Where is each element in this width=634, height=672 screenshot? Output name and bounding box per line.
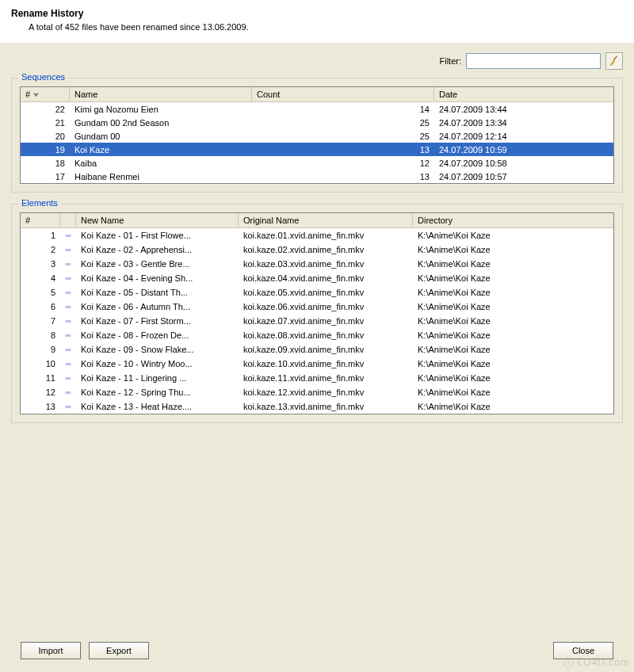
- el-row-new: Koi Kaze - 07 - First Storm...: [76, 315, 239, 326]
- elements-body[interactable]: 1Koi Kaze - 01 - First Flowe...koi.kaze.…: [21, 228, 613, 414]
- el-row-new: Koi Kaze - 02 - Apprehensi...: [76, 244, 239, 255]
- elements-col-dir[interactable]: Directory: [413, 213, 613, 227]
- elements-row[interactable]: 10Koi Kaze - 10 - Wintry Moo...koi.kaze.…: [21, 357, 613, 371]
- elements-col-new[interactable]: New Name: [76, 213, 239, 227]
- seq-row-name: Koi Kaze: [70, 144, 252, 155]
- el-row-num: 10: [21, 358, 60, 369]
- el-row-num: 4: [21, 273, 60, 284]
- el-row-dir: K:\Anime\Koi Kaze: [413, 358, 571, 369]
- sequences-body[interactable]: 22Kimi ga Nozomu Eien1424.07.2009 13:442…: [21, 102, 613, 183]
- seq-row-date: 24.07.2009 12:14: [434, 131, 577, 142]
- link-icon: [60, 330, 76, 341]
- sequences-row[interactable]: 17Haibane Renmei1324.07.2009 10:57: [21, 170, 613, 183]
- seq-row-name: Gundam 00: [70, 131, 252, 142]
- sequences-col-num[interactable]: #: [21, 87, 70, 101]
- elements-row[interactable]: 7Koi Kaze - 07 - First Storm...koi.kaze.…: [21, 314, 613, 328]
- import-button[interactable]: Import: [21, 642, 81, 659]
- link-icon: [60, 231, 76, 241]
- seq-row-count: 13: [252, 171, 434, 182]
- sequences-row[interactable]: 22Kimi ga Nozomu Eien1424.07.2009 13:44: [21, 102, 613, 116]
- link-icon: [60, 245, 76, 255]
- el-row-new: Koi Kaze - 08 - Frozen De...: [76, 330, 239, 341]
- elements-row[interactable]: 8Koi Kaze - 08 - Frozen De...koi.kaze.08…: [21, 328, 613, 342]
- broom-icon: [609, 55, 620, 67]
- seq-row-num: 22: [21, 104, 70, 115]
- elements-row[interactable]: 2Koi Kaze - 02 - Apprehensi...koi.kaze.0…: [21, 242, 613, 257]
- el-row-orig: koi.kaze.02.xvid.anime_fin.mkv: [239, 244, 413, 255]
- el-row-orig: koi.kaze.13.xvid.anime_fin.mkv: [239, 401, 413, 412]
- seq-row-date: 24.07.2009 10:57: [434, 171, 577, 182]
- sequences-row[interactable]: 21Gundam 00 2nd Season2524.07.2009 13:34: [21, 116, 613, 129]
- el-row-dir: K:\Anime\Koi Kaze: [413, 387, 571, 398]
- sequences-row[interactable]: 19Koi Kaze1324.07.2009 10:59: [21, 143, 613, 156]
- dialog-footer: Import Export Close: [0, 642, 634, 659]
- el-row-orig: koi.kaze.12.xvid.anime_fin.mkv: [239, 387, 413, 398]
- el-row-dir: K:\Anime\Koi Kaze: [413, 401, 571, 412]
- el-row-dir: K:\Anime\Koi Kaze: [413, 330, 571, 341]
- elements-col-num[interactable]: #: [21, 213, 60, 227]
- sequences-row[interactable]: 20Gundam 002524.07.2009 12:14: [21, 129, 613, 143]
- elements-header: # New Name Original Name Directory: [21, 213, 613, 228]
- seq-row-name: Haibane Renmei: [70, 171, 252, 182]
- el-row-dir: K:\Anime\Koi Kaze: [413, 230, 571, 241]
- elements-row[interactable]: 12Koi Kaze - 12 - Spring Thu...koi.kaze.…: [21, 385, 613, 399]
- elements-row[interactable]: 3Koi Kaze - 03 - Gentle Bre...koi.kaze.0…: [21, 257, 613, 271]
- elements-row[interactable]: 1Koi Kaze - 01 - First Flowe...koi.kaze.…: [21, 228, 613, 242]
- sequences-row[interactable]: 18Kaiba1224.07.2009 10:58: [21, 156, 613, 170]
- el-row-dir: K:\Anime\Koi Kaze: [413, 301, 571, 312]
- dialog-header: Rename History A total of 452 files have…: [0, 0, 634, 43]
- el-row-num: 1: [21, 230, 60, 241]
- link-icon: [60, 345, 76, 355]
- el-row-dir: K:\Anime\Koi Kaze: [413, 258, 571, 269]
- link-icon: [60, 288, 76, 298]
- el-row-dir: K:\Anime\Koi Kaze: [413, 315, 571, 326]
- elements-row[interactable]: 9Koi Kaze - 09 - Snow Flake...koi.kaze.0…: [21, 342, 613, 357]
- elements-row[interactable]: 13Koi Kaze - 13 - Heat Haze....koi.kaze.…: [21, 399, 613, 414]
- el-row-new: Koi Kaze - 03 - Gentle Bre...: [76, 258, 239, 269]
- dialog-title: Rename History: [11, 8, 623, 19]
- el-row-new: Koi Kaze - 10 - Wintry Moo...: [76, 358, 239, 369]
- seq-row-date: 24.07.2009 10:58: [434, 158, 577, 169]
- el-row-new: Koi Kaze - 13 - Heat Haze....: [76, 401, 239, 412]
- seq-row-name: Gundam 00 2nd Season: [70, 117, 252, 128]
- sequences-col-name[interactable]: Name: [70, 87, 252, 101]
- el-row-orig: koi.kaze.09.xvid.anime_fin.mkv: [239, 344, 413, 355]
- sequences-table: # Name Count Date 22Kimi ga Nozomu Eien1…: [20, 86, 614, 184]
- seq-row-count: 25: [252, 131, 434, 142]
- el-row-orig: koi.kaze.11.xvid.anime_fin.mkv: [239, 372, 413, 384]
- el-row-orig: koi.kaze.06.xvid.anime_fin.mkv: [239, 301, 413, 312]
- el-row-dir: K:\Anime\Koi Kaze: [413, 244, 571, 255]
- el-row-orig: koi.kaze.04.xvid.anime_fin.mkv: [239, 273, 413, 284]
- elements-row[interactable]: 4Koi Kaze - 04 - Evening Sh...koi.kaze.0…: [21, 271, 613, 285]
- seq-row-count: 12: [252, 158, 434, 169]
- link-icon: [60, 402, 76, 412]
- export-button[interactable]: Export: [89, 642, 149, 659]
- el-row-dir: K:\Anime\Koi Kaze: [413, 344, 571, 355]
- clear-filter-button[interactable]: [605, 52, 623, 70]
- elements-col-orig[interactable]: Original Name: [239, 213, 413, 227]
- elements-row[interactable]: 6Koi Kaze - 06 - Autumn Th...koi.kaze.06…: [21, 300, 613, 314]
- sequences-group-label: Sequences: [18, 72, 68, 82]
- el-row-orig: koi.kaze.10.xvid.anime_fin.mkv: [239, 358, 413, 369]
- el-row-new: Koi Kaze - 04 - Evening Sh...: [76, 273, 239, 284]
- filter-input[interactable]: [466, 53, 601, 69]
- link-icon: [60, 302, 76, 312]
- elements-row[interactable]: 5Koi Kaze - 05 - Distant Th...koi.kaze.0…: [21, 285, 613, 300]
- el-row-num: 2: [21, 244, 60, 255]
- el-row-dir: K:\Anime\Koi Kaze: [413, 372, 571, 384]
- el-row-dir: K:\Anime\Koi Kaze: [413, 273, 571, 284]
- el-row-orig: koi.kaze.07.xvid.anime_fin.mkv: [239, 315, 413, 326]
- sequences-col-date[interactable]: Date: [434, 87, 613, 101]
- elements-row[interactable]: 11Koi Kaze - 11 - Lingering ...koi.kaze.…: [21, 371, 613, 385]
- elements-group: Elements # New Name Original Name Direct…: [11, 204, 623, 423]
- seq-row-num: 18: [21, 158, 70, 169]
- sequences-group: Sequences # Name Count Date 22Kimi ga No…: [11, 78, 623, 193]
- link-icon: [60, 373, 76, 384]
- sequences-col-count[interactable]: Count: [252, 87, 434, 101]
- seq-row-name: Kimi ga Nozomu Eien: [70, 104, 252, 115]
- el-row-num: 6: [21, 301, 60, 312]
- seq-row-num: 19: [21, 144, 70, 155]
- seq-row-date: 24.07.2009 10:59: [434, 144, 577, 155]
- el-row-orig: koi.kaze.08.xvid.anime_fin.mkv: [239, 330, 413, 341]
- el-row-num: 3: [21, 258, 60, 269]
